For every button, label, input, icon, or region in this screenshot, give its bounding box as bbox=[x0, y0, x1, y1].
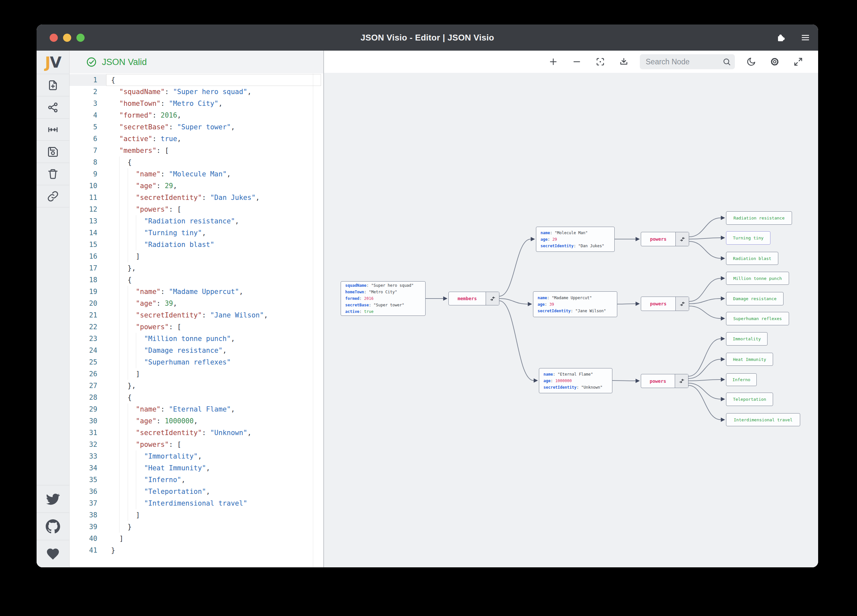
share-link-button[interactable] bbox=[37, 185, 69, 207]
graph-node-leaf-damage-resistance[interactable]: Damage resistance bbox=[726, 292, 784, 305]
graph-node-member-3[interactable]: name: "Eternal Flame"age: 1000000secretI… bbox=[539, 368, 613, 393]
new-file-button[interactable] bbox=[37, 74, 69, 96]
zoom-out-button[interactable] bbox=[569, 54, 584, 69]
titlebar-actions bbox=[776, 32, 818, 43]
code-line[interactable]: ] bbox=[106, 533, 321, 545]
code-line[interactable]: "squadName": "Super hero squad", bbox=[106, 86, 321, 98]
code-line[interactable]: "age": 39, bbox=[106, 297, 321, 309]
code-line[interactable]: "formed": 2016, bbox=[106, 110, 321, 121]
code-line[interactable]: "Radiation resistance", bbox=[106, 215, 321, 227]
code-line[interactable]: "name": "Madame Uppercut", bbox=[106, 286, 321, 297]
fullscreen-button[interactable] bbox=[791, 54, 805, 69]
node-label: Radiation blast bbox=[733, 256, 771, 261]
node-label: powers bbox=[641, 232, 675, 246]
code-line[interactable]: { bbox=[106, 156, 321, 168]
collapse-node-button[interactable] bbox=[486, 292, 499, 305]
sponsor-link[interactable] bbox=[37, 540, 69, 567]
code-line[interactable]: "Turning tiny", bbox=[106, 227, 321, 239]
line-number: 37 bbox=[70, 497, 106, 509]
graph-node-leaf-interdimensional-travel[interactable]: Interdimensional travel bbox=[726, 413, 800, 426]
graph-node-leaf-inferno[interactable]: Inferno bbox=[726, 373, 757, 386]
code-line[interactable]: "Damage resistance", bbox=[106, 345, 321, 356]
node-row: secretBase: "Super tower" bbox=[345, 302, 425, 308]
collapse-node-button[interactable] bbox=[675, 232, 689, 246]
graph-node-powers-3[interactable]: powers bbox=[641, 374, 688, 388]
collapse-node-button[interactable] bbox=[675, 374, 688, 388]
github-link[interactable] bbox=[37, 512, 69, 540]
json-editor[interactable]: 1{2 "squadName": "Super hero squad",3 "h… bbox=[70, 73, 323, 567]
code-line[interactable]: "name": "Eternal Flame", bbox=[106, 403, 321, 415]
editor-line: 28 { bbox=[70, 392, 323, 403]
graph-node-leaf-heat-immunity[interactable]: Heat Immunity bbox=[726, 353, 773, 366]
editor-line: 12 "powers": [ bbox=[70, 203, 323, 215]
code-line[interactable]: "Heat Immunity", bbox=[106, 462, 321, 474]
code-line[interactable]: "active": true, bbox=[106, 133, 321, 145]
graph-node-leaf-radiation-blast[interactable]: Radiation blast bbox=[726, 252, 778, 265]
graph-node-powers-2[interactable]: powers bbox=[641, 297, 689, 311]
zoom-in-button[interactable] bbox=[546, 54, 560, 69]
graph-canvas[interactable]: squadName: "Super hero squad"homeTown: "… bbox=[324, 73, 818, 567]
edge-arrow bbox=[443, 297, 447, 301]
code-line[interactable]: } bbox=[106, 545, 321, 556]
graph-node-leaf-immortality[interactable]: Immortality bbox=[726, 332, 767, 345]
graph-node-member-2[interactable]: name: "Madame Uppercut"age: 39secretIden… bbox=[533, 291, 617, 317]
center-view-button[interactable] bbox=[37, 119, 69, 141]
settings-button[interactable] bbox=[767, 54, 782, 69]
code-line[interactable]: "Superhuman reflexes" bbox=[106, 356, 321, 368]
main-area: JV JSON Valid 1{2 "squadName": "Super he… bbox=[37, 51, 818, 567]
code-line[interactable]: } bbox=[106, 521, 321, 533]
code-line[interactable]: { bbox=[106, 74, 321, 86]
focus-button[interactable] bbox=[593, 54, 608, 69]
layout-button[interactable] bbox=[37, 96, 69, 119]
code-line[interactable]: "members": [ bbox=[106, 145, 321, 156]
graph-node-leaf-million-tonne-punch[interactable]: Million tonne punch bbox=[726, 272, 789, 285]
graph-node-member-1[interactable]: name: "Molecule Man"age: 29secretIdentit… bbox=[536, 227, 615, 252]
graph-node-leaf-teleportation[interactable]: Teleportation bbox=[726, 393, 773, 406]
graph-edge bbox=[689, 218, 721, 237]
code-line[interactable]: ] bbox=[106, 251, 321, 262]
code-line[interactable]: "secretBase": "Super tower", bbox=[106, 121, 321, 133]
code-line[interactable]: "Inferno", bbox=[106, 474, 321, 486]
code-line[interactable]: }, bbox=[106, 380, 321, 392]
code-line[interactable]: { bbox=[106, 274, 321, 286]
code-line[interactable]: ] bbox=[106, 368, 321, 380]
code-line[interactable]: "Million tonne punch", bbox=[106, 333, 321, 345]
graph-node-leaf-turning-tiny[interactable]: Turning tiny bbox=[726, 231, 770, 245]
code-line[interactable]: "age": 29, bbox=[106, 180, 321, 192]
code-line[interactable]: "secretIdentity": "Unknown", bbox=[106, 427, 321, 439]
app-logo[interactable]: JV bbox=[37, 51, 69, 74]
code-line[interactable]: "powers": [ bbox=[106, 203, 321, 215]
code-line[interactable]: "powers": [ bbox=[106, 439, 321, 450]
code-line[interactable]: }, bbox=[106, 262, 321, 274]
search-node-input[interactable] bbox=[646, 57, 722, 66]
code-line[interactable]: "Immortality", bbox=[106, 450, 321, 462]
code-line[interactable]: "homeTown": "Metro City", bbox=[106, 98, 321, 110]
extensions-button[interactable] bbox=[776, 32, 787, 43]
menu-button[interactable] bbox=[800, 33, 810, 42]
code-line[interactable]: "Interdimensional travel" bbox=[106, 497, 321, 509]
code-line[interactable]: ] bbox=[106, 509, 321, 521]
collapse-node-button[interactable] bbox=[675, 297, 689, 311]
graph-node-members[interactable]: members bbox=[449, 292, 500, 305]
json-valid-status: JSON Valid bbox=[70, 51, 323, 73]
code-line[interactable]: "Radiation blast" bbox=[106, 239, 321, 251]
graph-panel: squadName: "Super hero squad"homeTown: "… bbox=[324, 51, 818, 567]
graph-edge bbox=[500, 301, 534, 381]
graph-node-powers-1[interactable]: powers bbox=[641, 232, 689, 246]
download-button[interactable] bbox=[616, 54, 631, 69]
graph-node-root[interactable]: squadName: "Super hero squad"homeTown: "… bbox=[340, 281, 425, 316]
code-line[interactable]: "secretIdentity": "Dan Jukes", bbox=[106, 192, 321, 203]
code-line[interactable]: { bbox=[106, 392, 321, 403]
code-line[interactable]: "Teleportation", bbox=[106, 486, 321, 497]
code-line[interactable]: "name": "Molecule Man", bbox=[106, 168, 321, 180]
twitter-link[interactable] bbox=[37, 485, 69, 512]
code-line[interactable]: "secretIdentity": "Jane Wilson", bbox=[106, 309, 321, 321]
theme-toggle-button[interactable] bbox=[744, 54, 758, 69]
graph-node-leaf-superhuman-reflexes[interactable]: Superhuman reflexes bbox=[726, 312, 789, 325]
delete-button[interactable] bbox=[37, 163, 69, 185]
graph-node-leaf-radiation-resistance[interactable]: Radiation resistance bbox=[726, 211, 792, 225]
code-line[interactable]: "age": 1000000, bbox=[106, 415, 321, 427]
save-button[interactable] bbox=[37, 141, 69, 163]
code-line[interactable]: "powers": [ bbox=[106, 321, 321, 333]
node-row: secretIdentity: "Unknown" bbox=[543, 384, 612, 391]
